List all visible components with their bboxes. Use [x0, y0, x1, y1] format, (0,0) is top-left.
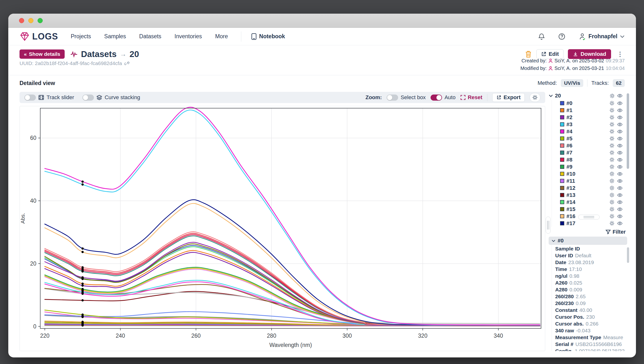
gear-icon[interactable]	[609, 199, 615, 205]
eye-icon[interactable]	[617, 122, 623, 127]
help-icon[interactable]	[558, 33, 565, 40]
nav-item-more[interactable]: More	[215, 33, 228, 40]
gear-icon[interactable]	[609, 220, 615, 226]
eye-icon[interactable]	[617, 150, 623, 156]
notifications-bell-icon[interactable]	[538, 33, 545, 40]
gear-icon[interactable]	[609, 129, 615, 134]
auto-zoom-toggle[interactable]	[431, 94, 442, 100]
reset-zoom-button[interactable]: Reset	[460, 94, 482, 100]
track-row[interactable]: #15	[552, 206, 629, 213]
spectrum-curve[interactable]	[45, 244, 540, 326]
eye-icon[interactable]	[617, 143, 623, 148]
eye-icon[interactable]	[617, 100, 623, 106]
filter-link[interactable]: Filter	[612, 229, 626, 235]
gear-icon[interactable]	[609, 171, 615, 177]
eye-icon[interactable]	[617, 129, 623, 134]
details-scrollbar[interactable]	[627, 247, 629, 263]
brand-name: LOGS	[32, 32, 58, 42]
gear-icon[interactable]	[609, 143, 615, 148]
track-row[interactable]: #4	[552, 128, 629, 135]
export-button[interactable]: Export	[492, 93, 525, 102]
gear-icon[interactable]	[609, 178, 615, 184]
eye-icon[interactable]	[617, 93, 623, 98]
track-row[interactable]: #6	[552, 142, 629, 149]
close-window-button[interactable]	[19, 18, 24, 23]
track-row[interactable]: #11	[552, 177, 629, 184]
gear-icon[interactable]	[609, 108, 615, 113]
gear-icon[interactable]	[609, 136, 615, 141]
track-slider-toggle[interactable]	[24, 94, 36, 100]
gear-icon[interactable]	[609, 114, 615, 120]
spectrum-curve[interactable]	[45, 235, 540, 325]
spectrum-curve[interactable]	[45, 268, 540, 326]
gear-icon[interactable]	[609, 93, 615, 99]
track-list-scrollbar[interactable]	[627, 93, 629, 169]
eye-icon[interactable]	[617, 157, 623, 162]
show-details-button[interactable]: « Show details	[20, 50, 65, 59]
nav-item-notebook[interactable]: Notebook	[251, 33, 285, 40]
eye-icon[interactable]	[617, 164, 623, 170]
panel-resize-handle-vertical[interactable]	[546, 216, 551, 234]
spectrum-curve[interactable]	[45, 250, 540, 326]
eye-icon[interactable]	[617, 178, 623, 184]
track-row[interactable]: #0	[552, 100, 629, 107]
more-actions-kebab[interactable]: ⋮	[615, 50, 625, 58]
track-row[interactable]: #17	[552, 220, 629, 227]
gear-icon[interactable]	[609, 100, 615, 106]
gear-icon[interactable]	[609, 185, 615, 191]
breadcrumb-datasets[interactable]: Datasets	[81, 49, 117, 59]
nav-item-inventories[interactable]: Inventories	[174, 33, 202, 40]
eye-icon[interactable]	[617, 206, 623, 212]
zoom-window-button[interactable]	[38, 18, 43, 23]
link-icon[interactable]	[124, 61, 130, 66]
logs-logo[interactable]: LOGS	[20, 32, 58, 42]
created-by-value[interactable]: SciY, A. on 2025-03-02	[554, 57, 604, 64]
gear-icon[interactable]	[609, 206, 615, 212]
track-color-swatch	[560, 122, 564, 126]
eye-icon[interactable]	[617, 186, 623, 191]
track-row[interactable]: #10	[552, 170, 629, 177]
track-row[interactable]: #12	[552, 184, 629, 192]
track-row[interactable]: #8	[552, 156, 629, 163]
nav-item-samples[interactable]: Samples	[104, 33, 126, 40]
minimize-window-button[interactable]	[28, 18, 34, 23]
nav-item-datasets[interactable]: Datasets	[139, 33, 161, 40]
track-row[interactable]: #7	[552, 149, 629, 156]
eye-icon[interactable]	[617, 171, 623, 177]
user-menu[interactable]: Frohnapfel	[579, 33, 625, 40]
eye-icon[interactable]	[617, 214, 623, 219]
eye-icon[interactable]	[617, 108, 623, 113]
spectrum-curve[interactable]	[45, 200, 540, 325]
gear-icon[interactable]	[609, 122, 615, 127]
gear-icon[interactable]	[609, 214, 615, 219]
panel-resize-handle-horizontal[interactable]	[578, 215, 600, 220]
spectra-chart[interactable]: 2202402602803003203400204060Wavelength (…	[20, 106, 545, 351]
nav-item-projects[interactable]: Projects	[71, 33, 91, 40]
select-box-toggle[interactable]	[387, 94, 398, 100]
spectrum-curve[interactable]	[45, 292, 540, 325]
modified-by-value[interactable]: SciY, A. on 2025-03-21	[554, 64, 604, 72]
track-row[interactable]: #13	[552, 192, 629, 198]
gear-icon[interactable]	[609, 157, 615, 162]
chart-settings-button[interactable]	[530, 93, 540, 102]
curve-stacking-toggle[interactable]	[82, 94, 94, 100]
track-row[interactable]: #9	[552, 163, 629, 170]
track-row[interactable]: #14	[552, 198, 629, 206]
track-row[interactable]: #5	[552, 135, 629, 142]
eye-icon[interactable]	[617, 200, 623, 205]
track-group-header[interactable]: 20	[549, 92, 629, 100]
track-label: #5	[566, 136, 572, 142]
person-icon	[548, 66, 553, 71]
track-row[interactable]: #1	[552, 107, 629, 114]
eye-icon[interactable]	[617, 136, 623, 141]
gear-icon[interactable]	[609, 150, 615, 156]
eye-icon[interactable]	[617, 221, 623, 226]
gear-icon[interactable]	[609, 164, 615, 170]
details-header[interactable]: #0	[549, 236, 627, 245]
eye-icon[interactable]	[617, 192, 623, 198]
gear-icon[interactable]	[609, 192, 615, 198]
track-row[interactable]: #3	[552, 121, 629, 128]
track-row[interactable]: #2	[552, 114, 629, 121]
spectrum-curve[interactable]	[45, 242, 540, 325]
eye-icon[interactable]	[617, 115, 623, 120]
